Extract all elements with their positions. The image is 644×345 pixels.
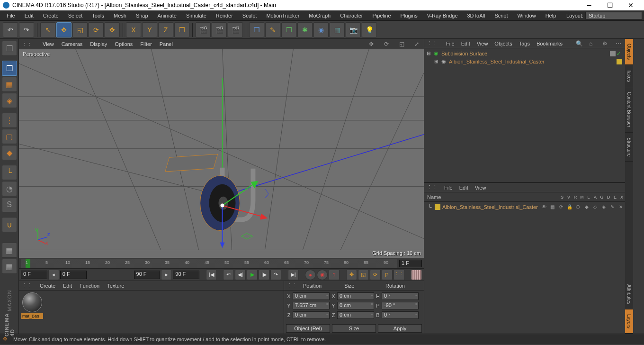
panel-grip-icon[interactable]: ⋮⋮ bbox=[284, 282, 300, 289]
right-tab-attributes[interactable]: Attributes bbox=[625, 280, 633, 309]
viewport-solo-button[interactable]: ◔ bbox=[2, 181, 17, 196]
next-frame-button[interactable]: |▶ bbox=[259, 270, 269, 280]
menu-mesh[interactable]: Mesh bbox=[109, 10, 131, 21]
layer-toggle-icon-6[interactable]: ◇ bbox=[592, 204, 599, 209]
size-z-field[interactable]: 0 cm≡ bbox=[337, 311, 374, 319]
move-tool[interactable]: ✥ bbox=[56, 22, 72, 37]
material-menu-function[interactable]: Function bbox=[80, 283, 99, 289]
window-close-button[interactable]: ✕ bbox=[620, 0, 641, 10]
layers-col-d[interactable]: D bbox=[605, 195, 612, 200]
layers-col-g[interactable]: G bbox=[599, 195, 605, 200]
menu-character[interactable]: Character bbox=[335, 10, 367, 21]
viewport-nav-icon-2[interactable]: ◱ bbox=[399, 41, 406, 47]
viewport-nav-icon-0[interactable]: ✥ bbox=[369, 41, 376, 47]
position-z-field[interactable]: 0 cm≡ bbox=[293, 311, 330, 319]
objmgr-menu-tags[interactable]: Tags bbox=[519, 41, 530, 46]
layer-toggle-icon-9[interactable]: ✕ bbox=[617, 204, 624, 209]
layers-col-m[interactable]: M bbox=[579, 195, 585, 200]
size-y-field[interactable]: 0 cm≡ bbox=[337, 302, 374, 309]
material-menu-create[interactable]: Create bbox=[40, 283, 55, 289]
z-axis-lock[interactable]: Z bbox=[158, 22, 173, 37]
render-view-button[interactable]: 🎬 bbox=[196, 22, 211, 37]
autokey-button[interactable]: ◉ bbox=[317, 270, 328, 280]
next-key-button[interactable]: ↷ bbox=[270, 270, 281, 280]
axis-orientation-widget[interactable]: y z x bbox=[33, 227, 50, 245]
render-settings-button[interactable]: 🎬 bbox=[228, 22, 243, 37]
right-tab-takes[interactable]: Takes bbox=[625, 65, 633, 87]
snap-toggle-button[interactable]: S bbox=[2, 197, 17, 212]
viewport-menu-cameras[interactable]: Cameras bbox=[62, 41, 83, 47]
rotation-h-field[interactable]: 0 °≡ bbox=[382, 292, 419, 300]
layers-col-s[interactable]: S bbox=[559, 195, 565, 200]
objmgr-tool-icon-3[interactable]: ⋯ bbox=[616, 40, 622, 47]
right-tab-objects[interactable]: Objects bbox=[625, 39, 633, 65]
panel-grip-icon[interactable]: ⋮⋮ bbox=[22, 41, 32, 47]
scale-tool[interactable]: ◱ bbox=[72, 22, 88, 37]
layer-toggle-icon-0[interactable]: 👁 bbox=[541, 204, 547, 209]
planar-wp-button[interactable]: ▦ bbox=[2, 259, 17, 274]
edges-mode-button[interactable]: ▢ bbox=[2, 129, 17, 144]
keymode-rot-button[interactable]: ⟳ bbox=[370, 270, 381, 280]
layer-toggle-icon-4[interactable]: ⬡ bbox=[575, 204, 581, 209]
add-array-button[interactable]: ✱ bbox=[297, 22, 313, 37]
visibility-tag-icon[interactable]: ✓ bbox=[617, 51, 622, 56]
menu-select[interactable]: Select bbox=[63, 10, 88, 21]
menu-help[interactable]: Help bbox=[541, 10, 561, 21]
menu-snap[interactable]: Snap bbox=[131, 10, 153, 21]
add-light-button[interactable]: 💡 bbox=[362, 22, 377, 37]
layer-color-swatch-icon[interactable] bbox=[435, 204, 440, 210]
add-bend-button[interactable]: ◉ bbox=[313, 22, 329, 37]
objmgr-menu-file[interactable]: File bbox=[446, 41, 455, 46]
viewport-menu-panel[interactable]: Panel bbox=[160, 41, 173, 47]
viewport-menu-display[interactable]: Display bbox=[90, 41, 107, 47]
menu-3dtoall[interactable]: 3DToAll bbox=[463, 10, 490, 21]
objmgr-menu-view[interactable]: View bbox=[477, 41, 488, 46]
points-mode-button[interactable]: ⋮ bbox=[2, 113, 17, 128]
keymode-scale-button[interactable]: ◱ bbox=[358, 270, 369, 280]
layers-menu-edit[interactable]: Edit bbox=[459, 185, 468, 191]
add-camera-button[interactable]: 📷 bbox=[346, 22, 361, 37]
keymode-pla-button[interactable]: ⋮⋮ bbox=[394, 270, 405, 280]
range-end-field[interactable]: 90 F bbox=[173, 271, 199, 279]
right-tab-layers[interactable]: Layers bbox=[625, 309, 633, 334]
make-editable-button[interactable]: ❒ bbox=[2, 41, 17, 56]
viewport-nav-icon-3[interactable]: ⤢ bbox=[414, 41, 421, 47]
menu-simulate[interactable]: Simulate bbox=[181, 10, 211, 21]
undo-button[interactable]: ↶ bbox=[3, 22, 18, 37]
viewport-menu-filter[interactable]: Filter bbox=[140, 41, 152, 47]
workplane-mode-button[interactable]: ◈ bbox=[2, 93, 17, 108]
tree-expander-icon[interactable]: ⊟ bbox=[426, 51, 431, 56]
viewport-nav-icon-1[interactable]: ⟳ bbox=[384, 41, 391, 47]
keymode-pos-button[interactable]: ✥ bbox=[346, 270, 357, 280]
apply-button[interactable]: Apply bbox=[378, 324, 422, 333]
position-y-field[interactable]: 7.657 cm≡ bbox=[293, 302, 330, 309]
objmgr-menu-edit[interactable]: Edit bbox=[461, 41, 470, 46]
add-cube-button[interactable]: ❒ bbox=[249, 22, 264, 37]
current-frame-field[interactable]: 1 F bbox=[399, 260, 422, 267]
menu-render[interactable]: Render bbox=[211, 10, 238, 21]
layer-toggle-icon-8[interactable]: ✎ bbox=[609, 204, 616, 209]
record-button[interactable]: ● bbox=[305, 270, 316, 280]
axis-mode-button[interactable]: └ bbox=[2, 165, 17, 180]
play-sound-button[interactable] bbox=[411, 270, 422, 280]
layers-col-l[interactable]: L bbox=[585, 195, 592, 200]
locked-wp-button[interactable]: ▦ bbox=[2, 243, 17, 258]
layer-tag-icon[interactable] bbox=[610, 51, 616, 56]
menu-mograph[interactable]: MoGraph bbox=[304, 10, 335, 21]
keyframe-selection-button[interactable]: ? bbox=[329, 270, 340, 280]
range-end-stepper[interactable]: ▸ bbox=[161, 270, 172, 280]
goto-end-button[interactable]: ▶| bbox=[288, 270, 299, 280]
coord-system-button[interactable]: ❒ bbox=[174, 22, 189, 37]
size-mode-dropdown[interactable]: Size bbox=[332, 324, 376, 333]
last-tool-button[interactable]: ✥ bbox=[105, 22, 120, 37]
menu-edit[interactable]: Edit bbox=[20, 10, 38, 21]
menu-create[interactable]: Create bbox=[38, 10, 63, 21]
layout-dropdown[interactable]: Startup bbox=[585, 12, 642, 19]
layers-menu-view[interactable]: View bbox=[475, 185, 486, 191]
rotation-p-field[interactable]: -90 °≡ bbox=[382, 302, 419, 309]
x-axis-lock[interactable]: X bbox=[126, 22, 141, 37]
material-menu-edit[interactable]: Edit bbox=[63, 283, 72, 289]
layers-col-x[interactable]: X bbox=[618, 195, 625, 200]
range-start-field[interactable]: 0 F bbox=[21, 271, 47, 279]
panel-grip-icon[interactable]: ⋮⋮ bbox=[427, 184, 438, 191]
